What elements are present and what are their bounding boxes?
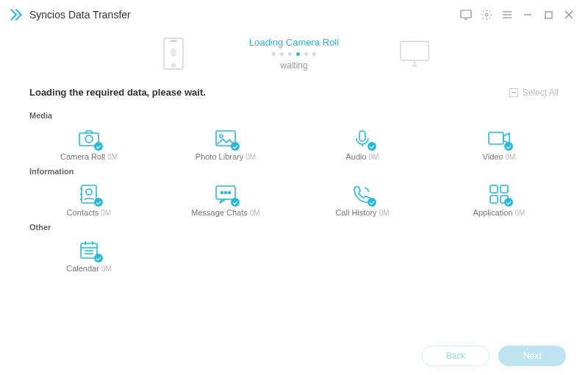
svg-rect-35 — [490, 196, 498, 203]
app-title: Syncios Data Transfer — [29, 9, 131, 21]
svg-rect-14 — [401, 41, 429, 60]
item-label: Application 0M — [473, 208, 526, 217]
svg-point-30 — [221, 192, 223, 194]
item-label: Contacts 0M — [67, 208, 111, 217]
apps-icon — [487, 183, 512, 205]
item-contacts[interactable]: Contacts 0M — [29, 182, 148, 218]
item-call-history[interactable]: Call History 0M — [303, 182, 422, 218]
item-photo-library[interactable]: Photo Library 0M — [166, 126, 285, 162]
svg-rect-23 — [489, 132, 503, 144]
media-grid: Camera Roll 0M Photo Library 0M Audio 0M… — [29, 126, 559, 162]
section-media-label: Media — [29, 111, 559, 120]
svg-point-31 — [225, 192, 227, 194]
item-message-chats[interactable]: Message Chats 0M — [166, 182, 285, 218]
camera-icon — [76, 127, 101, 149]
item-audio[interactable]: Audio 0M — [303, 126, 422, 162]
section-other-label: Other — [29, 223, 559, 232]
item-camera-roll[interactable]: Camera Roll 0M — [29, 126, 148, 162]
calendar-icon — [76, 239, 101, 261]
item-application[interactable]: Application 0M — [440, 182, 559, 218]
item-label: Camera Roll 0M — [60, 152, 118, 161]
app-logo-icon — [9, 7, 24, 22]
select-all-toggle[interactable]: Select All — [509, 88, 559, 98]
svg-point-25 — [86, 189, 92, 195]
progress-center: Loading Camera Roll waiting — [249, 37, 339, 71]
svg-point-18 — [85, 135, 93, 143]
svg-rect-7 — [545, 12, 552, 18]
information-grid: Contacts 0M Message Chats 0M Call Histor… — [29, 182, 559, 218]
item-label: Message Chats 0M — [191, 208, 259, 217]
message-icon — [213, 183, 238, 205]
status-message: Loading the required data, please wait. — [29, 87, 509, 98]
svg-point-2 — [485, 13, 488, 16]
section-information-label: Information — [29, 167, 559, 176]
item-label: Audio 0M — [345, 152, 379, 161]
svg-rect-33 — [490, 185, 498, 193]
progress-dots — [249, 52, 339, 56]
video-icon — [487, 127, 512, 149]
loading-label: Loading Camera Roll — [249, 37, 339, 48]
item-label: Call History 0M — [335, 208, 389, 217]
item-video[interactable]: Video 0M — [440, 126, 559, 162]
svg-point-13 — [171, 49, 176, 54]
title-bar: Syncios Data Transfer — [0, 0, 588, 29]
svg-point-11 — [172, 64, 175, 67]
phone-icon — [350, 183, 375, 205]
screen-icon[interactable] — [456, 4, 476, 25]
item-label: Photo Library 0M — [196, 152, 256, 161]
close-button[interactable] — [559, 4, 579, 25]
svg-point-32 — [229, 192, 231, 194]
other-grid: Calendar 0M — [29, 238, 559, 274]
svg-rect-0 — [461, 10, 471, 18]
item-calendar[interactable]: Calendar 0M — [29, 238, 148, 274]
next-button[interactable]: Next — [498, 346, 566, 366]
svg-rect-12 — [171, 40, 176, 41]
svg-rect-34 — [501, 185, 508, 193]
svg-rect-21 — [359, 131, 365, 141]
contacts-icon — [76, 183, 101, 205]
minimize-button[interactable] — [517, 4, 538, 25]
waiting-label: waiting — [249, 60, 339, 71]
transfer-header: Loading Camera Roll waiting — [0, 29, 588, 82]
svg-point-20 — [220, 135, 223, 138]
select-all-label: Select All — [523, 88, 559, 98]
back-button[interactable]: Back — [422, 346, 490, 366]
maximize-button[interactable] — [538, 4, 559, 25]
photo-icon — [213, 127, 238, 149]
target-device-pc-icon — [398, 35, 431, 72]
menu-icon[interactable] — [497, 4, 517, 25]
audio-icon — [350, 127, 375, 149]
footer: Back Next — [422, 346, 566, 366]
gear-icon[interactable] — [476, 4, 497, 25]
select-all-checkbox-icon — [509, 88, 518, 97]
item-label: Calendar 0M — [66, 264, 112, 273]
source-device-phone-icon — [157, 35, 190, 72]
content-area: Loading the required data, please wait. … — [0, 82, 588, 274]
item-label: Video 0M — [483, 152, 516, 161]
